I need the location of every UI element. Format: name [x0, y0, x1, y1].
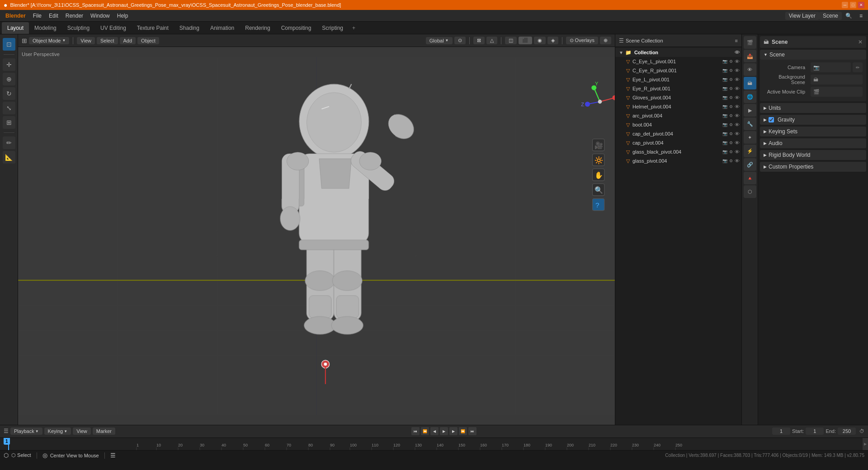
- visibility-icon[interactable]: 👁: [735, 68, 740, 73]
- proportional-edit-btn[interactable]: ⊙: [454, 37, 466, 44]
- scene-selector[interactable]: Scene: [819, 12, 842, 20]
- scene-canvas[interactable]: X Y Z 🎥 🔆 ✋ 🔍: [18, 47, 615, 425]
- menu-item-help[interactable]: Help: [113, 12, 132, 20]
- keying-section-header[interactable]: ▶ Keying Sets: [760, 127, 866, 136]
- annotate-tool[interactable]: ✏: [3, 136, 15, 149]
- gravity-section-header[interactable]: ▶ Gravity: [760, 115, 866, 125]
- camera-restrict-icon[interactable]: 📷: [722, 86, 727, 91]
- render-icon[interactable]: ⚙: [729, 68, 733, 73]
- render-icon[interactable]: ⚙: [729, 122, 733, 127]
- outliner-item-boot[interactable]: ▽ boot.004 📷 ⚙ 👁: [615, 120, 741, 129]
- jump-to-start-btn[interactable]: ⏮: [411, 427, 420, 435]
- transform-tool[interactable]: ⊞: [3, 116, 15, 129]
- end-frame-field[interactable]: 250: [838, 428, 856, 435]
- menu-item-render[interactable]: Render: [62, 12, 87, 20]
- 3d-viewport[interactable]: ⊞ Object Mode ▼ View Select Add Object G…: [18, 34, 615, 425]
- tab-compositing[interactable]: Compositing: [276, 22, 317, 34]
- render-icon[interactable]: ⚙: [729, 77, 733, 82]
- search-button[interactable]: 🔍: [842, 12, 856, 20]
- current-frame-field[interactable]: 1: [772, 428, 790, 435]
- shading-solid[interactable]: ⬛: [519, 37, 532, 44]
- shading-material[interactable]: ◉: [534, 37, 546, 44]
- prop-tab-view-layer[interactable]: 👁: [744, 63, 756, 76]
- playback-menu[interactable]: Playback ▼: [10, 428, 42, 435]
- prop-tab-constraints[interactable]: 🔗: [744, 158, 756, 171]
- next-keyframe-btn[interactable]: ⏩: [459, 427, 467, 435]
- visibility-icon[interactable]: 👁: [735, 77, 740, 82]
- visibility-icon[interactable]: 👁: [735, 158, 740, 164]
- custom-section-header[interactable]: ▶ Custom Properties: [760, 162, 866, 172]
- viewport-menu-icon[interactable]: ⊞: [22, 37, 27, 44]
- select-box-tool[interactable]: ⊡: [3, 38, 15, 51]
- outliner-item-glass[interactable]: ▽ glass_pivot.004 📷 ⚙ 👁: [615, 156, 741, 165]
- render-icon[interactable]: ⚙: [729, 141, 733, 145]
- gizmos-btn[interactable]: ⊕: [600, 37, 611, 44]
- outliner-item-eye-r-pivot[interactable]: ▽ Eye_R_pivot.001 📷 ⚙ 👁: [615, 84, 741, 93]
- prop-tab-modifier[interactable]: 🔧: [744, 118, 756, 130]
- timeline-scrollbar[interactable]: ▶: [863, 438, 868, 451]
- render-icon[interactable]: ⚙: [729, 159, 733, 163]
- camera-restrict-icon[interactable]: 📷: [722, 141, 727, 145]
- view-menu-timeline[interactable]: View: [73, 428, 91, 435]
- view-menu[interactable]: View: [77, 37, 95, 44]
- rotate-tool[interactable]: ↻: [3, 87, 15, 100]
- rigid-body-section-header[interactable]: ▶ Rigid Body World: [760, 150, 866, 160]
- snap-toggle[interactable]: ⊠: [473, 37, 485, 44]
- camera-restrict-icon[interactable]: 📷: [722, 68, 727, 73]
- visibility-icon[interactable]: 👁: [735, 59, 740, 64]
- step-forward-btn[interactable]: ▶: [449, 427, 458, 435]
- play-btn[interactable]: ▶: [440, 427, 448, 435]
- add-menu[interactable]: Add: [120, 37, 136, 44]
- object-menu[interactable]: Object: [137, 37, 159, 44]
- visibility-icon[interactable]: 👁: [735, 140, 740, 146]
- camera-link-btn[interactable]: ✏: [853, 62, 863, 72]
- scale-tool[interactable]: ⤡: [3, 102, 15, 114]
- units-section-header[interactable]: ▶ Units: [760, 103, 866, 113]
- outliner-item-eye-l[interactable]: ▽ C_Eye_L_pivot.001 📷 ⚙ 👁: [615, 57, 741, 66]
- tab-layout[interactable]: Layout: [2, 22, 29, 34]
- keying-menu[interactable]: Keying ▼: [44, 428, 71, 435]
- close-button[interactable]: ✕: [858, 2, 864, 8]
- prev-keyframe-btn[interactable]: ⏪: [421, 427, 429, 435]
- camera-restrict-icon[interactable]: 📷: [722, 77, 727, 82]
- tab-scripting[interactable]: Scripting: [316, 22, 349, 34]
- render-icon[interactable]: ⚙: [729, 104, 733, 109]
- camera-restrict-icon[interactable]: 📷: [722, 132, 727, 136]
- camera-restrict-icon[interactable]: 📷: [722, 159, 727, 163]
- timeline-menu-icon[interactable]: ☰: [4, 428, 9, 434]
- prop-tab-particles[interactable]: ✦: [744, 131, 756, 144]
- outliner-item-glass-black[interactable]: ▽ glass_black_pivot.004 📷 ⚙ 👁: [615, 147, 741, 156]
- props-header-close[interactable]: ✕: [858, 39, 863, 45]
- camera-restrict-icon[interactable]: 📷: [722, 122, 727, 127]
- measure-tool[interactable]: 📐: [3, 151, 15, 164]
- menu-item-blender[interactable]: Blender: [2, 12, 29, 20]
- camera-restrict-icon[interactable]: 📷: [722, 95, 727, 100]
- shading-rendered[interactable]: ◈: [547, 37, 558, 44]
- add-workspace-button[interactable]: +: [349, 23, 359, 33]
- outliner-item-gloves[interactable]: ▽ Gloves_pivot.004 📷 ⚙ 👁: [615, 93, 741, 102]
- object-mode-dropdown[interactable]: Object Mode ▼: [29, 37, 69, 44]
- filter-icon[interactable]: ≡: [735, 38, 738, 43]
- render-icon[interactable]: ⚙: [729, 113, 733, 118]
- prop-tab-data[interactable]: 🔺: [744, 172, 756, 184]
- camera-field[interactable]: 📷: [811, 62, 851, 72]
- visibility-icon[interactable]: 👁: [735, 86, 740, 91]
- tab-uv-editing[interactable]: UV Editing: [95, 22, 132, 34]
- outliner-item-scene-collection[interactable]: ▼ 📁 Collection 👁: [615, 48, 741, 57]
- outliner-item-arc[interactable]: ▽ arc_pivot.004 📷 ⚙ 👁: [615, 111, 741, 120]
- prop-tab-output[interactable]: 📤: [744, 50, 756, 62]
- camera-restrict-icon[interactable]: 📷: [722, 113, 727, 118]
- background-scene-field[interactable]: 🏔: [811, 75, 863, 85]
- render-icon[interactable]: ⚙: [729, 95, 733, 100]
- camera-restrict-icon[interactable]: 📷: [722, 59, 727, 64]
- active-movie-clip-field[interactable]: 🎬: [811, 87, 863, 97]
- visibility-icon[interactable]: 👁: [735, 131, 740, 136]
- start-frame-field[interactable]: 1: [806, 428, 824, 435]
- outliner-item-eye-l-pivot[interactable]: ▽ Eye_L_pivot.001 📷 ⚙ 👁: [615, 75, 741, 84]
- overlays-btn[interactable]: ⊙ Overlays: [566, 37, 598, 44]
- prop-tab-object[interactable]: ▶: [744, 104, 756, 117]
- visibility-icon[interactable]: 👁: [735, 50, 740, 55]
- minimize-button[interactable]: ─: [842, 2, 848, 8]
- tab-rendering[interactable]: Rendering: [240, 22, 275, 34]
- camera-restrict-icon[interactable]: 📷: [722, 150, 727, 154]
